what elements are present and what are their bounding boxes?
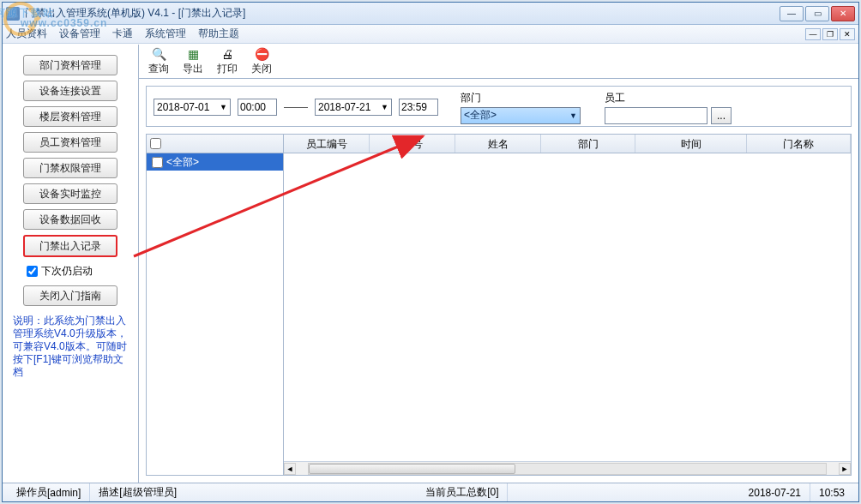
tree-root-label: <全部> <box>166 155 199 170</box>
time-from-input[interactable]: 00:00 <box>238 99 277 116</box>
status-desc-label: 描述 <box>99 485 119 500</box>
grid-area: <全部> 员工编号 卡号 姓名 部门 时间 门名称 ◄ <box>146 134 852 476</box>
status-desc-value: [超级管理员] <box>119 485 177 500</box>
sidebar-dept-mgmt[interactable]: 部门资料管理 <box>23 55 117 75</box>
menu-device[interactable]: 设备管理 <box>59 27 100 41</box>
app-icon <box>6 7 20 21</box>
toolbar-query-label: 查询 <box>148 62 169 76</box>
minimize-button[interactable]: — <box>780 6 804 21</box>
toolbar-query[interactable]: 🔍 查询 <box>146 46 172 76</box>
chevron-down-icon: ▼ <box>220 103 227 111</box>
app-window: 门禁出入管理系统(单机版) V4.1 - [门禁出入记录] — ▭ ✕ 人员资料… <box>2 2 859 502</box>
scroll-track[interactable] <box>308 463 827 475</box>
export-icon: ▦ <box>185 46 201 62</box>
sidebar-employee-mgmt[interactable]: 员工资料管理 <box>23 132 117 153</box>
toolbar-export[interactable]: ▦ 导出 <box>180 46 206 76</box>
sidebar-access-records[interactable]: 门禁出入记录 <box>23 235 117 257</box>
tree-checkall[interactable] <box>150 138 161 149</box>
col-dept[interactable]: 部门 <box>541 135 635 153</box>
autostart-checkbox[interactable] <box>27 266 38 277</box>
mdi-close[interactable]: ✕ <box>840 28 855 40</box>
search-icon: 🔍 <box>151 46 166 62</box>
dept-label: 部门 <box>461 91 581 105</box>
status-desc: 描述[超级管理员] <box>90 483 185 501</box>
col-name[interactable]: 姓名 <box>455 135 541 153</box>
h-scrollbar[interactable]: ◄ ► <box>284 461 851 475</box>
col-cardno[interactable]: 卡号 <box>370 135 455 153</box>
status-time: 10:53 <box>810 483 853 501</box>
tree-panel: <全部> <box>147 135 284 475</box>
status-operator-value: [admin] <box>47 487 81 499</box>
menubar: 人员资料 设备管理 卡通 系统管理 帮助主题 — ❐ ✕ <box>3 25 858 44</box>
filter-row: 2018-07-01 ▼ 00:00 2018-07-21 ▼ 23:59 部门… <box>146 86 852 127</box>
sidebar-close-guide[interactable]: 关闭入门指南 <box>23 285 117 306</box>
sidebar-data-recovery[interactable]: 设备数据回收 <box>23 209 117 230</box>
status-date: 2018-07-21 <box>740 483 810 501</box>
tree-header <box>147 135 283 153</box>
toolbar-close-label: 关闭 <box>251 62 272 76</box>
window-title: 门禁出入管理系统(单机版) V4.1 - [门禁出入记录] <box>25 6 780 21</box>
close-icon: ⛔ <box>254 46 269 62</box>
sidebar-help-text: 说明：此系统为门禁出入管理系统V4.0升级版本，可兼容V4.0版本。可随时按下[… <box>11 311 129 382</box>
toolbar-print-label: 打印 <box>217 62 238 76</box>
time-from-value: 00:00 <box>240 101 266 113</box>
time-to-value: 23:59 <box>401 101 427 113</box>
print-icon: 🖨 <box>220 46 235 62</box>
emp-label: 员工 <box>605 91 732 105</box>
col-empno[interactable]: 员工编号 <box>284 135 370 153</box>
status-emp-count: 当前员工总数[0] <box>417 483 508 501</box>
sidebar-device-conn[interactable]: 设备连接设置 <box>23 81 117 101</box>
toolbar-export-label: 导出 <box>183 62 203 76</box>
date-to-input[interactable]: 2018-07-21 ▼ <box>315 99 392 116</box>
range-dash <box>284 107 308 108</box>
date-to-value: 2018-07-21 <box>318 101 370 113</box>
toolbar-close[interactable]: ⛔ 关闭 <box>249 46 274 76</box>
menu-personnel[interactable]: 人员资料 <box>6 27 47 41</box>
toolbar-print[interactable]: 🖨 打印 <box>214 46 240 76</box>
grid-header: 员工编号 卡号 姓名 部门 时间 门名称 <box>284 135 851 153</box>
scroll-thumb[interactable] <box>309 464 515 474</box>
main-panel: 🔍 查询 ▦ 导出 🖨 打印 ⛔ 关闭 2018-07-01 <box>139 45 858 483</box>
scroll-right-arrow[interactable]: ► <box>839 463 851 475</box>
autostart-label: 下次仍启动 <box>41 264 93 279</box>
titlebar: 门禁出入管理系统(单机版) V4.1 - [门禁出入记录] — ▭ ✕ <box>3 3 858 25</box>
menu-system[interactable]: 系统管理 <box>145 27 186 41</box>
statusbar: 操作员[admin] 描述[超级管理员] 当前员工总数[0] 2018-07-2… <box>3 483 858 501</box>
col-doorname[interactable]: 门名称 <box>747 135 851 153</box>
grid-body[interactable] <box>284 153 851 461</box>
time-to-input[interactable]: 23:59 <box>399 99 438 116</box>
emp-input[interactable] <box>605 107 707 124</box>
emp-browse-button[interactable]: ... <box>711 107 732 124</box>
chevron-down-icon: ▼ <box>569 111 577 120</box>
mdi-restore[interactable]: ❐ <box>822 28 838 40</box>
sidebar-access-perm[interactable]: 门禁权限管理 <box>23 158 117 178</box>
date-from-input[interactable]: 2018-07-01 ▼ <box>154 99 231 116</box>
date-from-value: 2018-07-01 <box>157 101 209 113</box>
status-operator: 操作员[admin] <box>8 483 90 501</box>
tree-root-checkbox[interactable] <box>152 157 163 168</box>
chevron-down-icon: ▼ <box>381 103 388 111</box>
close-button[interactable]: ✕ <box>831 6 855 21</box>
dept-combo[interactable]: <全部> ▼ <box>461 107 581 124</box>
scroll-left-arrow[interactable]: ◄ <box>284 463 296 475</box>
tree-root-row[interactable]: <全部> <box>147 153 283 171</box>
sidebar: 部门资料管理 设备连接设置 楼层资料管理 员工资料管理 门禁权限管理 设备实时监… <box>3 45 139 483</box>
col-time[interactable]: 时间 <box>635 135 747 153</box>
mdi-minimize[interactable]: — <box>805 28 821 40</box>
sidebar-realtime-monitor[interactable]: 设备实时监控 <box>23 183 117 204</box>
status-operator-label: 操作员 <box>16 485 47 500</box>
menu-help[interactable]: 帮助主题 <box>198 27 239 41</box>
menu-card[interactable]: 卡通 <box>112 27 133 41</box>
sidebar-floor-mgmt[interactable]: 楼层资料管理 <box>23 106 117 127</box>
toolbar: 🔍 查询 ▦ 导出 🖨 打印 ⛔ 关闭 <box>139 45 858 79</box>
maximize-button[interactable]: ▭ <box>805 6 829 21</box>
dept-combo-value: <全部> <box>464 108 497 123</box>
